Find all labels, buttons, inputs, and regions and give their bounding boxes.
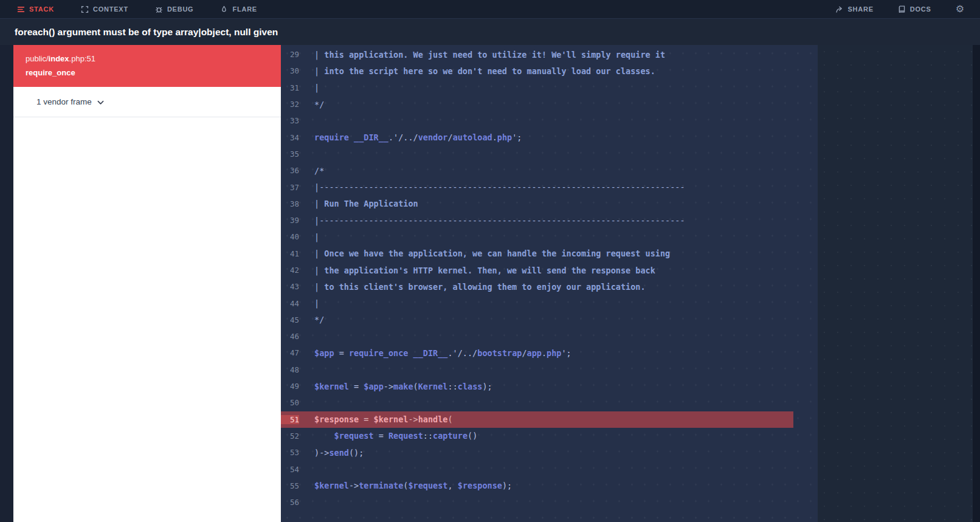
code-token: require_once __DIR__ (349, 348, 448, 358)
frame-colon: : (85, 54, 87, 63)
code-token: into the script here so we don't need to… (324, 66, 655, 76)
code-token: |---------------------------------------… (314, 182, 685, 192)
line-number: 37 (281, 183, 299, 192)
code-token: app (527, 348, 542, 358)
code-token: -> (408, 414, 418, 424)
code-token: require __DIR__ (314, 132, 388, 142)
code-line: 31| (281, 80, 818, 96)
code-text: | (314, 232, 319, 242)
tab-stack-label: STACK (29, 5, 54, 13)
error-message: foreach() argument must be of type array… (15, 27, 278, 38)
code-line: 40| (281, 228, 818, 245)
code-text: |---------------------------------------… (314, 182, 685, 192)
code-token: , (448, 481, 458, 490)
code-token: Kernel (418, 382, 448, 391)
code-token: :: (423, 431, 433, 441)
code-token: */ (314, 100, 324, 109)
line-number: 40 (281, 232, 299, 241)
code-token: $kernel (374, 414, 409, 424)
code-token: | (314, 266, 324, 275)
tab-debug-label: DEBUG (167, 5, 194, 13)
code-line: 39|-------------------------------------… (281, 212, 818, 228)
frame-dir: public (26, 54, 46, 63)
code-token: () (468, 431, 477, 441)
tab-flare[interactable]: FLARE (220, 5, 257, 13)
line-number: 36 (281, 166, 299, 175)
code-token: ( (413, 382, 418, 391)
code-line: 46 (281, 328, 818, 345)
left-gutter (0, 45, 13, 522)
line-number: 48 (281, 365, 299, 374)
code-line: 47$app = require_once __DIR__.'/../boots… (281, 345, 818, 361)
code-token: php (497, 132, 512, 142)
line-number: 32 (281, 100, 299, 109)
docs-label: DOCS (910, 5, 931, 13)
stack-sidebar: public/index.php:51 require_once 1 vendo… (13, 45, 281, 522)
line-number: 43 (281, 282, 299, 291)
error-bar: foreach() argument must be of type array… (0, 18, 980, 45)
code-text: $request = Request::capture() (314, 431, 477, 441)
code-token: Request (388, 431, 423, 441)
line-number: 49 (281, 382, 299, 391)
code-text: */ (314, 315, 324, 325)
line-number: 54 (281, 465, 299, 474)
code-line: 32*/ (281, 96, 818, 112)
line-number: 45 (281, 315, 299, 325)
code-token: terminate (359, 481, 403, 490)
code-token: .'/../ (388, 132, 418, 142)
code-token: this application. We just need to utiliz… (324, 50, 665, 60)
code-token: . (542, 348, 547, 358)
code-line: 36/* (281, 162, 818, 179)
code-line: 44| (281, 295, 818, 311)
code-text: $kernel->terminate($request, $response); (314, 481, 512, 490)
tab-context[interactable]: CONTEXT (81, 5, 128, 13)
code-token: the application's HTTP kernel. Then, we … (324, 266, 655, 275)
tab-stack[interactable]: STACK (17, 5, 54, 13)
gear-icon[interactable]: ⚙ (956, 4, 964, 14)
code-token: bootstrap (477, 348, 522, 358)
code-text: | (314, 298, 319, 308)
code-line-highlighted: 51$response = $kernel->handle( (281, 411, 818, 428)
frame-file: index (49, 54, 69, 63)
code-token: / (522, 348, 526, 358)
code-line: 56 (281, 494, 818, 510)
code-token: | (314, 50, 324, 60)
code-text: | into the script here so we don't need … (314, 66, 655, 76)
line-number: 55 (281, 481, 299, 490)
tab-debug[interactable]: DEBUG (155, 5, 194, 13)
share-button[interactable]: SHARE (835, 5, 873, 13)
vendor-frames-toggle[interactable]: 1 vendor frame (13, 87, 281, 117)
active-frame[interactable]: public/index.php:51 require_once (13, 45, 281, 87)
code-token: :: (448, 382, 458, 391)
code-token: | (314, 282, 324, 292)
code-text: /* (314, 166, 324, 176)
code-token: $request (408, 481, 447, 490)
code-text: */ (314, 100, 324, 109)
code-line: 52 $request = Request::capture() (281, 428, 818, 444)
code-token: | (314, 199, 324, 208)
sidebar-empty-area (13, 117, 281, 522)
nav-tabs: STACK CONTEXT DEBUG (17, 5, 835, 13)
flare-icon (220, 5, 228, 13)
code-token: php (547, 348, 561, 358)
code-token: )-> (314, 448, 329, 458)
context-icon (81, 5, 89, 13)
code-token: to this client's browser, allowing them … (324, 282, 645, 292)
line-number: 47 (281, 348, 299, 357)
code-token: '; (512, 132, 522, 142)
code-line: 38| Run The Application (281, 196, 818, 212)
line-number: 46 (281, 332, 299, 341)
scrollbar-track[interactable] (973, 45, 980, 522)
line-number: 30 (281, 66, 299, 75)
code-token: | (314, 249, 324, 258)
code-line: 37|-------------------------------------… (281, 179, 818, 195)
share-icon (835, 5, 843, 13)
frame-path: public/index.php:51 (26, 53, 269, 64)
code-token: | (314, 298, 319, 308)
docs-button[interactable]: DOCS (898, 5, 931, 13)
line-number: 41 (281, 249, 299, 258)
code-lines: 29| this application. We just need to ut… (281, 45, 818, 522)
code-token: ); (482, 382, 492, 391)
line-number: 31 (281, 83, 299, 92)
main: public/index.php:51 require_once 1 vendo… (0, 45, 980, 522)
